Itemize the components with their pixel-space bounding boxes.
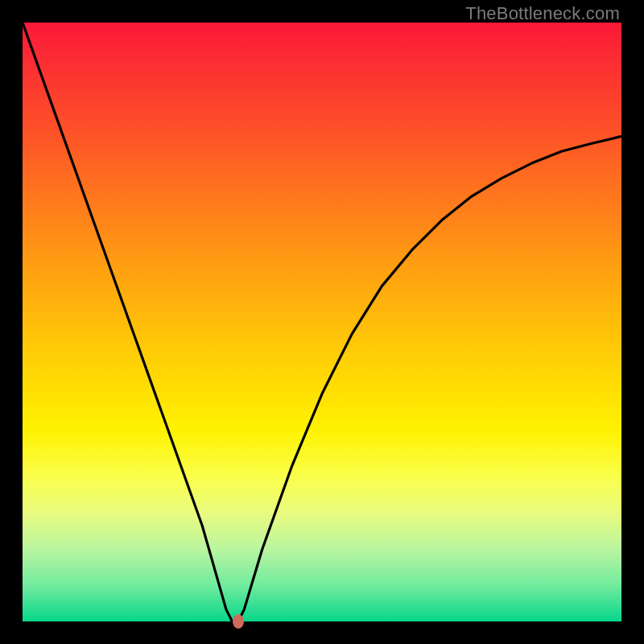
plot-area [23,23,621,621]
chart-svg [23,23,621,621]
curve-line [23,23,621,621]
chart-frame: TheBottleneck.com [0,0,644,644]
watermark-text: TheBottleneck.com [465,3,620,24]
optimum-marker [233,614,244,629]
